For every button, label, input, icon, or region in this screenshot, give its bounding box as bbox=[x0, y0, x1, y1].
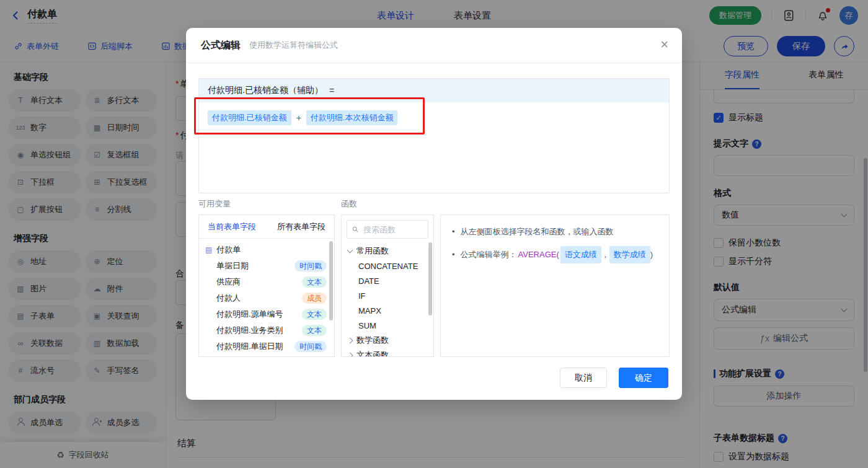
modal-header: 公式编辑 使用数学运算符编辑公式 × bbox=[186, 28, 682, 63]
help-line-1: • 从左侧面板选择字段名和函数，或输入函数 bbox=[452, 225, 658, 239]
functions-label: 函数 bbox=[341, 198, 357, 210]
close-icon[interactable]: × bbox=[660, 38, 668, 51]
cancel-button[interactable]: 取消 bbox=[560, 368, 607, 388]
tab-current-form-fields[interactable]: 当前表单字段 bbox=[208, 221, 256, 232]
formula-field-chip[interactable]: 付款明细.已核销金额 bbox=[208, 110, 291, 125]
function-item[interactable]: SUM bbox=[342, 318, 433, 333]
formula-help-panel: • 从左侧面板选择字段名和函数，或输入函数 • 公式编辑举例： AVERAGE(… bbox=[440, 214, 670, 357]
function-item[interactable]: CONCATENATE bbox=[342, 258, 433, 273]
modal-title: 公式编辑 bbox=[201, 39, 241, 52]
tab-all-form-fields[interactable]: 所有表单字段 bbox=[277, 221, 326, 232]
modal-subtitle: 使用数学运算符编辑公式 bbox=[249, 40, 338, 51]
help-line-2: • 公式编辑举例： AVERAGE( 语文成绩 ， 数学成绩 ) bbox=[452, 246, 658, 263]
variables-scrollbar[interactable] bbox=[329, 241, 333, 320]
average-function-text: AVERAGE( bbox=[518, 248, 559, 262]
function-group-label: 数学函数 bbox=[356, 335, 389, 346]
chevron-right-icon bbox=[347, 352, 353, 357]
formula-field-chip[interactable]: 付款明细.本次核销金额 bbox=[306, 110, 398, 125]
type-badge: 时间戳 bbox=[294, 341, 327, 352]
plus-operator: + bbox=[296, 113, 301, 123]
formula-expression-area[interactable]: 付款明细.已核销金额 + 付款明细.本次核销金额 bbox=[199, 102, 669, 133]
form-doc-icon: ▤ bbox=[205, 245, 212, 254]
example-field-chip: 语文成绩 bbox=[560, 246, 601, 263]
example-field-chip: 数学成绩 bbox=[609, 246, 650, 263]
variables-panel: 当前表单字段 所有表单字段 ▤ 付款单 单据日期时间戳 供应商文本 付款人成员 … bbox=[198, 214, 335, 357]
function-group-label: 常用函数 bbox=[356, 245, 389, 257]
formula-target: 付款明细.已核销金额（辅助） bbox=[208, 85, 323, 96]
type-badge: 文本 bbox=[302, 276, 327, 288]
chevron-down-icon bbox=[347, 247, 353, 254]
function-search bbox=[347, 220, 428, 239]
function-item[interactable]: DATE bbox=[342, 273, 433, 288]
bullet-dot: • bbox=[452, 225, 455, 239]
variables-tabs: 当前表单字段 所有表单字段 bbox=[199, 215, 334, 239]
confirm-button[interactable]: 确定 bbox=[619, 368, 668, 388]
variable-row[interactable]: 付款人成员 bbox=[199, 290, 334, 306]
variable-row[interactable]: 单据日期时间戳 bbox=[199, 258, 334, 274]
variables-tree: ▤ 付款单 单据日期时间戳 供应商文本 付款人成员 付款明细.源单编号文本 付款… bbox=[199, 239, 334, 355]
variable-row[interactable]: 付款明细.单据日期时间戳 bbox=[199, 338, 334, 355]
variable-row[interactable]: 付款明细.业务类别文本 bbox=[199, 322, 334, 338]
type-badge: 时间戳 bbox=[294, 260, 327, 272]
close-paren: ) bbox=[650, 248, 653, 262]
type-badge: 成员 bbox=[302, 293, 327, 304]
type-badge: 文本 bbox=[302, 325, 327, 336]
tree-root-label: 付款单 bbox=[216, 244, 241, 255]
bullet-dot: • bbox=[452, 248, 455, 262]
type-badge: 文本 bbox=[302, 309, 327, 320]
function-group-text[interactable]: 文本函数 bbox=[342, 348, 433, 357]
functions-panel: 常用函数 CONCATENATE DATE IF MAPX SUM 数学函数 文… bbox=[341, 214, 434, 357]
variables-label: 可用变量 bbox=[198, 198, 231, 210]
tree-root-payment-form[interactable]: ▤ 付款单 bbox=[199, 242, 334, 258]
function-group-label: 文本函数 bbox=[356, 350, 389, 357]
function-search-input[interactable] bbox=[362, 224, 423, 235]
variable-row[interactable]: 供应商文本 bbox=[199, 274, 334, 290]
formula-edit-modal: 公式编辑 使用数学运算符编辑公式 × 付款明细.已核销金额（辅助） = 付款明细… bbox=[186, 28, 682, 400]
formula-target-bar: 付款明细.已核销金额（辅助） = bbox=[199, 79, 669, 102]
formula-editor: 付款明细.已核销金额（辅助） = 付款明细.已核销金额 + 付款明细.本次核销金… bbox=[198, 78, 670, 193]
search-icon bbox=[352, 226, 358, 233]
function-item[interactable]: IF bbox=[342, 288, 433, 303]
function-item[interactable]: MAPX bbox=[342, 303, 433, 318]
function-group-common[interactable]: 常用函数 bbox=[342, 244, 433, 258]
functions-scrollbar[interactable] bbox=[428, 242, 432, 316]
equals-sign: = bbox=[329, 86, 334, 95]
comma: ， bbox=[601, 248, 609, 262]
function-group-math[interactable]: 数学函数 bbox=[342, 333, 433, 348]
variable-row[interactable]: 付款明细.源单编号文本 bbox=[199, 306, 334, 322]
chevron-right-icon bbox=[347, 337, 353, 343]
